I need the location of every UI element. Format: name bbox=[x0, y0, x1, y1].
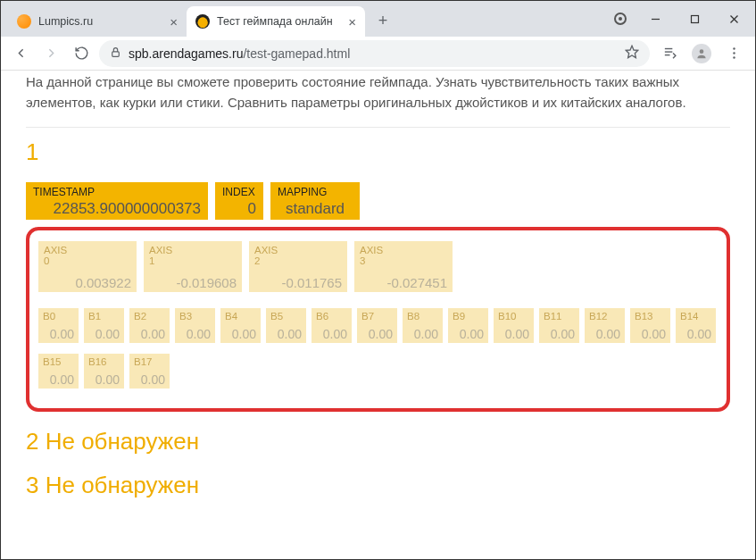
button-box: B10.00 bbox=[84, 308, 124, 343]
axis-value: 0.003922 bbox=[44, 266, 131, 290]
button-value: 0.00 bbox=[88, 322, 120, 341]
button-box: B130.00 bbox=[630, 308, 670, 343]
button-value: 0.00 bbox=[361, 322, 393, 341]
button-box: B40.00 bbox=[220, 308, 261, 343]
lock-icon bbox=[110, 46, 121, 61]
axis-label: AXIS bbox=[360, 245, 447, 255]
gamepad-3-heading: 3 Не обнаружен bbox=[26, 472, 730, 499]
button-value: 0.00 bbox=[134, 367, 165, 387]
timestamp-label: TIMESTAMP bbox=[33, 186, 201, 198]
axis-value: -0.019608 bbox=[149, 266, 237, 290]
url-text: spb.arendagames.ru/test-gamepad.html bbox=[129, 46, 618, 61]
tab-lumpics[interactable]: Lumpics.ru × bbox=[8, 6, 187, 37]
reload-button[interactable] bbox=[69, 41, 94, 66]
tab-strip: Lumpics.ru × ⬤ Тест геймпада онлайн × + bbox=[1, 4, 607, 37]
button-label: B7 bbox=[361, 311, 393, 322]
button-value: 0.00 bbox=[544, 322, 575, 341]
button-box: B150.00 bbox=[38, 354, 79, 389]
reading-list-icon[interactable] bbox=[655, 41, 684, 66]
axis-index: 2 bbox=[254, 255, 342, 266]
minimize-button[interactable] bbox=[637, 5, 673, 32]
page-content: На данной странице вы сможете проверить … bbox=[1, 71, 755, 559]
buttons-row: B00.00B10.00B20.00B30.00B40.00B50.00B60.… bbox=[38, 308, 718, 394]
profile-button[interactable] bbox=[687, 41, 716, 66]
button-label: B17 bbox=[134, 356, 165, 367]
button-value: 0.00 bbox=[407, 322, 438, 341]
svg-marker-5 bbox=[626, 46, 637, 57]
button-label: B2 bbox=[134, 311, 165, 322]
button-label: B5 bbox=[270, 311, 302, 322]
timestamp-box: TIMESTAMP 22853.900000000373 bbox=[26, 182, 208, 220]
close-tab-icon[interactable]: × bbox=[170, 14, 178, 29]
mapping-label: MAPPING bbox=[278, 186, 353, 198]
window-controls bbox=[607, 1, 755, 37]
button-box: B30.00 bbox=[175, 308, 215, 343]
button-label: B16 bbox=[88, 356, 120, 367]
button-label: B4 bbox=[225, 311, 256, 322]
gamepad-1-heading: 1 bbox=[26, 138, 730, 166]
button-box: B70.00 bbox=[357, 308, 397, 343]
index-box: INDEX 0 bbox=[215, 182, 263, 220]
axis-label: AXIS bbox=[44, 245, 131, 255]
button-value: 0.00 bbox=[43, 322, 74, 341]
button-value: 0.00 bbox=[225, 322, 256, 341]
button-label: B14 bbox=[680, 311, 711, 322]
favicon-gamepad: ⬤ bbox=[195, 14, 210, 29]
highlighted-area: AXIS00.003922AXIS1-0.019608AXIS2-0.01176… bbox=[26, 227, 730, 412]
gamepad-meta-row: TIMESTAMP 22853.900000000373 INDEX 0 MAP… bbox=[26, 182, 730, 220]
svg-rect-4 bbox=[112, 51, 120, 55]
axis-box: AXIS2-0.011765 bbox=[249, 241, 347, 292]
axis-label: AXIS bbox=[149, 245, 237, 255]
button-label: B15 bbox=[43, 356, 74, 367]
axis-index: 0 bbox=[44, 255, 131, 266]
account-indicator-icon[interactable] bbox=[607, 5, 634, 32]
svg-rect-1 bbox=[691, 15, 698, 22]
address-bar[interactable]: spb.arendagames.ru/test-gamepad.html bbox=[99, 40, 650, 67]
button-box: B80.00 bbox=[403, 308, 443, 343]
button-label: B1 bbox=[88, 311, 120, 322]
button-box: B50.00 bbox=[266, 308, 306, 343]
menu-button[interactable] bbox=[719, 41, 748, 66]
button-box: B140.00 bbox=[676, 308, 716, 343]
svg-point-12 bbox=[733, 56, 735, 58]
back-button[interactable] bbox=[8, 41, 33, 66]
close-window-button[interactable] bbox=[716, 5, 752, 32]
gamepad-2-heading: 2 Не обнаружен bbox=[26, 428, 730, 456]
tab-gamepad-test[interactable]: ⬤ Тест геймпада онлайн × bbox=[187, 6, 365, 37]
button-value: 0.00 bbox=[453, 322, 484, 341]
axis-label: AXIS bbox=[254, 245, 342, 255]
svg-point-9 bbox=[700, 49, 704, 54]
button-label: B13 bbox=[635, 311, 666, 322]
divider bbox=[26, 127, 730, 128]
axis-index: 1 bbox=[149, 255, 237, 266]
button-label: B8 bbox=[407, 311, 438, 322]
axis-box: AXIS3-0.027451 bbox=[354, 241, 453, 292]
timestamp-value: 22853.900000000373 bbox=[33, 198, 201, 218]
button-value: 0.00 bbox=[498, 322, 529, 341]
button-box: B110.00 bbox=[539, 308, 579, 343]
button-value: 0.00 bbox=[680, 322, 711, 341]
axis-box: AXIS00.003922 bbox=[38, 241, 137, 292]
svg-point-11 bbox=[733, 52, 735, 54]
index-value: 0 bbox=[222, 198, 256, 218]
bookmark-star-icon[interactable] bbox=[625, 45, 639, 62]
button-label: B11 bbox=[544, 311, 575, 322]
button-label: B9 bbox=[453, 311, 484, 322]
button-value: 0.00 bbox=[43, 367, 74, 387]
button-value: 0.00 bbox=[179, 322, 211, 341]
forward-button[interactable] bbox=[38, 41, 63, 66]
button-label: B0 bbox=[43, 311, 74, 322]
svg-point-10 bbox=[733, 47, 735, 49]
new-tab-button[interactable]: + bbox=[370, 8, 395, 33]
mapping-box: MAPPING standard bbox=[270, 182, 360, 220]
axis-value: -0.011765 bbox=[254, 266, 342, 290]
tab-title: Тест геймпада онлайн bbox=[217, 15, 341, 28]
axis-index: 3 bbox=[360, 255, 447, 266]
index-label: INDEX bbox=[222, 186, 256, 198]
button-box: B20.00 bbox=[129, 308, 170, 343]
button-box: B90.00 bbox=[448, 308, 488, 343]
toolbar-icons bbox=[655, 41, 748, 66]
button-label: B12 bbox=[589, 311, 620, 322]
close-tab-icon[interactable]: × bbox=[348, 14, 356, 29]
maximize-button[interactable] bbox=[677, 5, 712, 32]
